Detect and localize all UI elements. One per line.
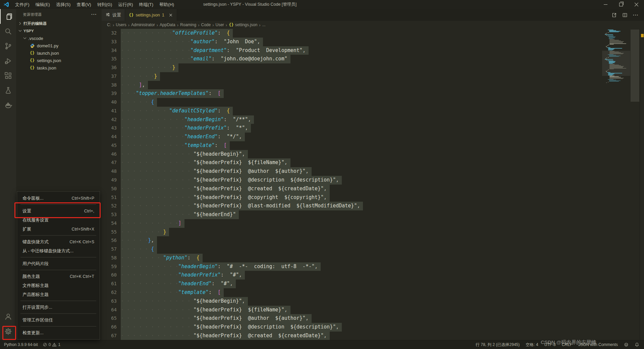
open-editors-section[interactable]: 打开的编辑器 (16, 20, 102, 27)
code-line-32[interactable]: 32· · · · · · · · ·"officeProfile": { (102, 29, 644, 38)
file-item-tasks.json[interactable]: {}tasks.json (16, 64, 102, 71)
activitybar-files[interactable] (0, 9, 16, 24)
code-line-34[interactable]: 34· · · · · · · · · · · ·"department": "… (102, 46, 644, 55)
code-line-51[interactable]: 51· · · · · · · · · · · · "${headerPrefi… (102, 193, 644, 202)
code-line-59[interactable]: 59· · · · · · · · · ·"headerBegin": "# -… (102, 262, 644, 271)
explorer-more-actions-icon[interactable]: ··· (91, 13, 97, 16)
code-line-35[interactable]: 35· · · · · · · · · · · ·"email": "john.… (102, 55, 644, 63)
menubar-item-4[interactable]: 转到(G) (94, 0, 115, 9)
code-line-44[interactable]: 44· · · · · · · · · · ·"headerEnd": "*/"… (102, 133, 644, 141)
code-line-65[interactable]: 65· · · · · · · · · · · · "${headerPrefi… (102, 314, 644, 323)
status-indentation[interactable]: 空格: 4 (526, 342, 538, 348)
menubar-item-2[interactable]: 选择(S) (53, 0, 73, 9)
status-language-mode[interactable]: JSON with Comments (578, 342, 618, 347)
activitybar-search[interactable] (0, 24, 16, 39)
activitybar-settings-gear[interactable] (0, 324, 16, 339)
tab-close-icon[interactable] (168, 13, 173, 17)
breadcrumb-item-5[interactable]: Code (201, 22, 211, 27)
code-line-42[interactable]: 42· · · · · · · · · · ·"headerBegin": "/… (102, 115, 644, 124)
code-line-45[interactable]: 45· · · · · · · · · · ·"template": [ (102, 141, 644, 150)
code-line-54[interactable]: 54· · · · · · · · · ·] (102, 219, 644, 228)
breadcrumb-item-0[interactable]: C: (107, 22, 111, 27)
activitybar-run-debug[interactable] (0, 53, 16, 68)
code-line-50[interactable]: 50· · · · · · · · · · · · "${headerPrefi… (102, 185, 644, 193)
code-line-58[interactable]: 58· · · · · · · "python": { (102, 254, 644, 262)
breadcrumb-item-2[interactable]: Administrator (131, 22, 155, 27)
file-item-settings.json[interactable]: {}settings.json (16, 57, 102, 64)
menu-item-用户代码片段[interactable]: 用户代码片段 (17, 259, 100, 268)
menubar-item-3[interactable]: 查看(V) (73, 0, 94, 9)
code-line-60[interactable]: 60· · · · · · · · · ·"headerPrefix": "#"… (102, 271, 644, 280)
code-line-43[interactable]: 43· · · · · · · · · · ·"headerPrefix": "… (102, 124, 644, 133)
code-line-41[interactable]: 41· · · · · · · · "defaultCStyled": { (102, 107, 644, 115)
menubar-item-7[interactable]: 帮助(H) (156, 0, 177, 9)
code-line-53[interactable]: 53· · · · · · · · · · · · "${headerEnd}" (102, 210, 644, 219)
close-button[interactable] (629, 0, 644, 9)
menubar-item-5[interactable]: 运行(R) (115, 0, 136, 9)
menu-item-产品图标主题[interactable]: 产品图标主题 (17, 290, 100, 299)
split-editor-icon[interactable] (622, 12, 628, 18)
status-feedback[interactable] (624, 342, 629, 347)
code-line-38[interactable]: 38· · · ], (102, 81, 644, 90)
status-encoding[interactable]: UTF-8 (544, 342, 556, 347)
minimap[interactable] (602, 29, 630, 85)
code-line-64[interactable]: 64· · · · · · · · · · · · "${headerPrefi… (102, 306, 644, 314)
code-line-57[interactable]: 57· · · · · { (102, 245, 644, 254)
breadcrumb-item-8[interactable]: ... (262, 22, 266, 27)
tab-设置[interactable]: 设置 (102, 9, 125, 21)
file-item-launch.json[interactable]: {}launch.json (16, 49, 102, 57)
menu-item-设置[interactable]: 设置Ctrl+, (17, 206, 100, 215)
activitybar-source-control[interactable] (0, 39, 16, 53)
activitybar-docker[interactable] (0, 98, 16, 112)
folder-item-vscode[interactable]: .vscode (16, 35, 102, 42)
breadcrumb-item-6[interactable]: User (216, 22, 224, 27)
code-line-52[interactable]: 52· · · · · · · · · · · · "${headerPrefi… (102, 202, 644, 210)
menubar-item-6[interactable]: 终端(T) (136, 0, 156, 9)
tab-settings.json[interactable]: {}settings.json1 (125, 9, 177, 21)
code-line-55[interactable]: 55· · · · · · · } (102, 228, 644, 237)
menu-item-打开设置同步...[interactable]: 打开设置同步... (17, 303, 100, 312)
status-cursor-position[interactable]: 行 78, 列 2 (已选择2945) (476, 342, 520, 348)
restore-button[interactable] (613, 0, 629, 9)
code-line-47[interactable]: 47· · · · · · · · · · · · "${headerPrefi… (102, 158, 644, 167)
menu-item-键盘快捷方式[interactable]: 键盘快捷方式Ctrl+K Ctrl+S (17, 237, 100, 246)
menubar-item-0[interactable]: 文件(F) (12, 0, 33, 9)
menu-item-文件图标主题[interactable]: 文件图标主题 (17, 281, 100, 290)
code-line-67[interactable]: 67· · · · · · · · · · · · "${headerPrefi… (102, 332, 644, 340)
minimize-button[interactable] (598, 0, 613, 9)
menubar-item-1[interactable]: 编辑(E) (33, 0, 53, 9)
activitybar-test-flask[interactable] (0, 83, 16, 98)
breadcrumb-item-7[interactable]: {}settings.json (229, 22, 257, 27)
status-eol[interactable]: CRLF (562, 342, 572, 347)
breadcrumb-item-4[interactable]: Roaming (180, 22, 196, 27)
status-notifications[interactable] (635, 342, 639, 347)
menu-item-检查更新...[interactable]: 检查更新... (17, 328, 100, 337)
code-line-48[interactable]: 48· · · · · · · · · · · · "${headerPrefi… (102, 167, 644, 176)
code-line-37[interactable]: 37· · · · · ·} (102, 72, 644, 81)
menu-item-颜色主题[interactable]: 颜色主题Ctrl+K Ctrl+T (17, 272, 100, 281)
activitybar-extensions[interactable] (0, 68, 16, 83)
code-editor[interactable]: 32· · · · · · · · ·"officeProfile": {33·… (102, 29, 644, 340)
status-python-interpreter[interactable]: Python 3.9.9 64-bit (4, 342, 38, 347)
code-line-62[interactable]: 62· · · · · · · · · ·"template": [ (102, 288, 644, 297)
open-settings-ui-icon[interactable] (611, 12, 617, 18)
minimap-slider[interactable] (602, 51, 630, 76)
menu-item-命令面板...[interactable]: 命令面板...Ctrl+Shift+P (17, 194, 100, 203)
activitybar-account[interactable] (0, 309, 16, 324)
code-line-49[interactable]: 49· · · · · · · · · · · · "${headerPrefi… (102, 176, 644, 185)
menu-item-从 - 中迁移键盘快捷方式...[interactable]: 从 - 中迁移键盘快捷方式... (17, 246, 100, 255)
menu-item-在线服务设置[interactable]: 在线服务设置 (17, 215, 100, 225)
code-line-63[interactable]: 63· · · · · · · · · · · · "${headerBegin… (102, 297, 644, 306)
code-line-36[interactable]: 36· · · · · · · · ·} (102, 63, 644, 72)
workspace-root-item[interactable]: YSPY (16, 27, 102, 35)
scrollbar-thumb[interactable] (631, 30, 639, 102)
code-line-40[interactable]: 40· · · · · { (102, 98, 644, 107)
code-line-56[interactable]: 56· · · · ·}, (102, 236, 644, 245)
code-line-46[interactable]: 46· · · · · · · · · · · · "${headerBegin… (102, 150, 644, 159)
status-problems[interactable]: 01 (43, 342, 60, 347)
more-actions-icon[interactable]: ··· (633, 13, 639, 17)
code-line-39[interactable]: 39· · ·"topper.headerTemplates": [ (102, 89, 644, 98)
menu-item-扩展[interactable]: 扩展Ctrl+Shift+X (17, 225, 100, 234)
code-line-33[interactable]: 33· · · · · · · · · · · ·"author": "John… (102, 38, 644, 46)
menu-item-管理工作区信任[interactable]: 管理工作区信任 (17, 315, 100, 325)
